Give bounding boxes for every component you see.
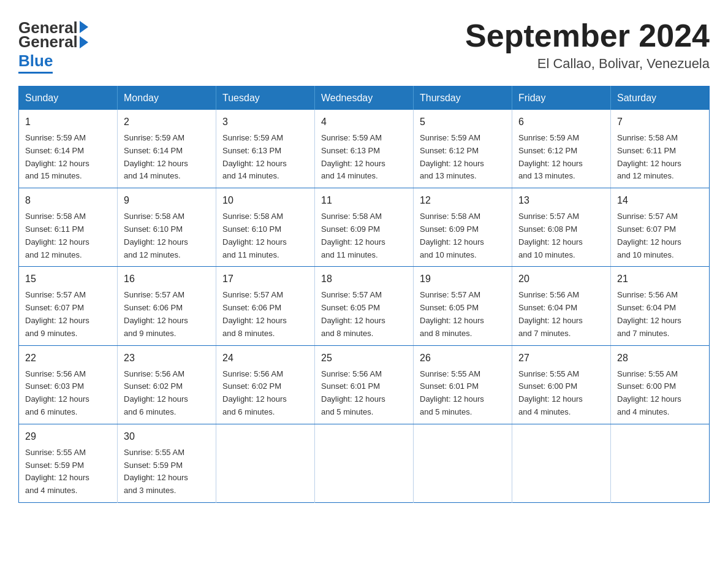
table-row: 12 Sunrise: 5:58 AMSunset: 6:09 PMDaylig… <box>414 188 512 267</box>
week-row-1: 1 Sunrise: 5:59 AMSunset: 6:14 PMDayligh… <box>19 110 710 188</box>
header-sunday: Sunday <box>19 86 118 110</box>
day-info: Sunrise: 5:55 AMSunset: 6:00 PMDaylight:… <box>617 369 681 416</box>
day-info: Sunrise: 5:55 AMSunset: 5:59 PMDaylight:… <box>25 448 89 495</box>
day-number: 28 <box>617 351 703 366</box>
table-row: 27 Sunrise: 5:55 AMSunset: 6:00 PMDaylig… <box>512 345 611 424</box>
day-number: 10 <box>222 193 308 208</box>
day-info: Sunrise: 5:55 AMSunset: 5:59 PMDaylight:… <box>124 448 188 495</box>
day-number: 6 <box>518 115 604 129</box>
day-info: Sunrise: 5:58 AMSunset: 6:10 PMDaylight:… <box>124 212 188 259</box>
logo-arrow-icon <box>80 36 88 48</box>
logo-triangle-icon <box>80 21 88 33</box>
header-friday: Friday <box>512 86 611 110</box>
table-row: 18 Sunrise: 5:57 AMSunset: 6:05 PMDaylig… <box>315 267 414 345</box>
day-info: Sunrise: 5:57 AMSunset: 6:06 PMDaylight:… <box>222 290 287 337</box>
day-info: Sunrise: 5:57 AMSunset: 6:05 PMDaylight:… <box>420 290 484 337</box>
day-info: Sunrise: 5:57 AMSunset: 6:07 PMDaylight:… <box>25 290 89 337</box>
day-info: Sunrise: 5:59 AMSunset: 6:13 PMDaylight:… <box>321 133 385 180</box>
header-saturday: Saturday <box>611 86 710 110</box>
day-info: Sunrise: 5:59 AMSunset: 6:14 PMDaylight:… <box>25 133 89 180</box>
day-number: 25 <box>321 351 407 366</box>
calendar-header-row: Sunday Monday Tuesday Wednesday Thursday… <box>19 86 710 110</box>
day-number: 4 <box>321 115 407 129</box>
table-row: 21 Sunrise: 5:56 AMSunset: 6:04 PMDaylig… <box>611 267 710 345</box>
week-row-2: 8 Sunrise: 5:58 AMSunset: 6:11 PMDayligh… <box>19 188 710 267</box>
day-number: 11 <box>321 193 407 208</box>
day-number: 22 <box>25 351 111 366</box>
table-row <box>414 424 512 502</box>
week-row-3: 15 Sunrise: 5:57 AMSunset: 6:07 PMDaylig… <box>19 267 710 345</box>
table-row: 7 Sunrise: 5:58 AMSunset: 6:11 PMDayligh… <box>611 110 710 188</box>
day-info: Sunrise: 5:56 AMSunset: 6:02 PMDaylight:… <box>222 369 287 416</box>
table-row: 4 Sunrise: 5:59 AMSunset: 6:13 PMDayligh… <box>315 110 414 188</box>
table-row: 8 Sunrise: 5:58 AMSunset: 6:11 PMDayligh… <box>19 188 118 267</box>
day-number: 20 <box>518 272 604 286</box>
table-row: 25 Sunrise: 5:56 AMSunset: 6:01 PMDaylig… <box>315 345 414 424</box>
table-row: 22 Sunrise: 5:56 AMSunset: 6:03 PMDaylig… <box>19 345 118 424</box>
table-row: 20 Sunrise: 5:56 AMSunset: 6:04 PMDaylig… <box>512 267 611 345</box>
day-info: Sunrise: 5:56 AMSunset: 6:02 PMDaylight:… <box>124 369 188 416</box>
title-area: September 2024 El Callao, Bolivar, Venez… <box>465 18 710 72</box>
day-info: Sunrise: 5:57 AMSunset: 6:07 PMDaylight:… <box>617 212 681 259</box>
table-row <box>611 424 710 502</box>
day-info: Sunrise: 5:57 AMSunset: 6:08 PMDaylight:… <box>518 212 583 259</box>
calendar-subtitle: El Callao, Bolivar, Venezuela <box>465 56 710 72</box>
day-number: 15 <box>25 272 111 286</box>
table-row <box>512 424 611 502</box>
calendar-table: Sunday Monday Tuesday Wednesday Thursday… <box>18 86 710 503</box>
header-thursday: Thursday <box>414 86 512 110</box>
day-info: Sunrise: 5:56 AMSunset: 6:03 PMDaylight:… <box>25 369 89 416</box>
logo-blue-text: Blue <box>18 52 53 74</box>
day-number: 24 <box>222 351 308 366</box>
day-info: Sunrise: 5:59 AMSunset: 6:13 PMDaylight:… <box>222 133 287 180</box>
table-row: 13 Sunrise: 5:57 AMSunset: 6:08 PMDaylig… <box>512 188 611 267</box>
day-number: 7 <box>617 115 703 129</box>
day-info: Sunrise: 5:58 AMSunset: 6:11 PMDaylight:… <box>617 133 681 180</box>
day-number: 3 <box>222 115 308 129</box>
table-row: 1 Sunrise: 5:59 AMSunset: 6:14 PMDayligh… <box>19 110 118 188</box>
logo: General General Blue <box>18 18 88 74</box>
table-row: 30 Sunrise: 5:55 AMSunset: 5:59 PMDaylig… <box>118 424 216 502</box>
day-info: Sunrise: 5:58 AMSunset: 6:10 PMDaylight:… <box>222 212 287 259</box>
table-row: 11 Sunrise: 5:58 AMSunset: 6:09 PMDaylig… <box>315 188 414 267</box>
table-row: 9 Sunrise: 5:58 AMSunset: 6:10 PMDayligh… <box>118 188 216 267</box>
week-row-4: 22 Sunrise: 5:56 AMSunset: 6:03 PMDaylig… <box>19 345 710 424</box>
day-number: 18 <box>321 272 407 286</box>
day-info: Sunrise: 5:58 AMSunset: 6:09 PMDaylight:… <box>420 212 484 259</box>
day-info: Sunrise: 5:59 AMSunset: 6:12 PMDaylight:… <box>518 133 583 180</box>
table-row: 17 Sunrise: 5:57 AMSunset: 6:06 PMDaylig… <box>216 267 315 345</box>
day-number: 21 <box>617 272 703 286</box>
week-row-5: 29 Sunrise: 5:55 AMSunset: 5:59 PMDaylig… <box>19 424 710 502</box>
day-info: Sunrise: 5:56 AMSunset: 6:04 PMDaylight:… <box>617 290 681 337</box>
day-number: 2 <box>124 115 210 129</box>
table-row: 15 Sunrise: 5:57 AMSunset: 6:07 PMDaylig… <box>19 267 118 345</box>
header-tuesday: Tuesday <box>216 86 315 110</box>
day-number: 29 <box>25 429 111 444</box>
table-row: 5 Sunrise: 5:59 AMSunset: 6:12 PMDayligh… <box>414 110 512 188</box>
day-number: 17 <box>222 272 308 286</box>
day-number: 8 <box>25 193 111 208</box>
day-info: Sunrise: 5:58 AMSunset: 6:11 PMDaylight:… <box>25 212 89 259</box>
table-row: 26 Sunrise: 5:55 AMSunset: 6:01 PMDaylig… <box>414 345 512 424</box>
table-row <box>315 424 414 502</box>
calendar-title: September 2024 <box>465 18 710 53</box>
day-info: Sunrise: 5:55 AMSunset: 6:01 PMDaylight:… <box>420 369 484 416</box>
table-row: 29 Sunrise: 5:55 AMSunset: 5:59 PMDaylig… <box>19 424 118 502</box>
day-number: 9 <box>124 193 210 208</box>
table-row: 14 Sunrise: 5:57 AMSunset: 6:07 PMDaylig… <box>611 188 710 267</box>
table-row: 3 Sunrise: 5:59 AMSunset: 6:13 PMDayligh… <box>216 110 315 188</box>
table-row: 19 Sunrise: 5:57 AMSunset: 6:05 PMDaylig… <box>414 267 512 345</box>
day-number: 30 <box>124 429 210 444</box>
day-number: 5 <box>420 115 506 129</box>
day-info: Sunrise: 5:58 AMSunset: 6:09 PMDaylight:… <box>321 212 385 259</box>
table-row: 6 Sunrise: 5:59 AMSunset: 6:12 PMDayligh… <box>512 110 611 188</box>
header-wednesday: Wednesday <box>315 86 414 110</box>
day-number: 1 <box>25 115 111 129</box>
day-info: Sunrise: 5:57 AMSunset: 6:05 PMDaylight:… <box>321 290 385 337</box>
day-number: 12 <box>420 193 506 208</box>
day-info: Sunrise: 5:59 AMSunset: 6:12 PMDaylight:… <box>420 133 484 180</box>
table-row: 23 Sunrise: 5:56 AMSunset: 6:02 PMDaylig… <box>118 345 216 424</box>
day-number: 26 <box>420 351 506 366</box>
day-number: 14 <box>617 193 703 208</box>
day-number: 23 <box>124 351 210 366</box>
